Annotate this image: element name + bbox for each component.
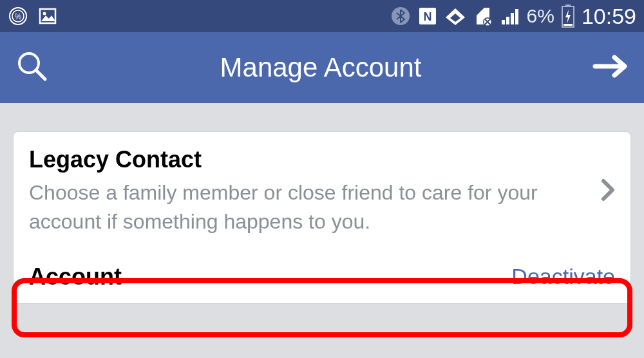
wifi-icon <box>444 6 466 26</box>
battery-percentage: 6% <box>527 5 554 27</box>
status-right: N 6% 10:59 <box>390 4 636 29</box>
percent-circle-icon: % <box>8 6 28 26</box>
data-off-icon <box>473 6 493 26</box>
svg-text:N: N <box>423 10 431 23</box>
settings-card: Legacy Contact Choose a family member or… <box>13 131 631 304</box>
chevron-right-icon <box>601 178 615 204</box>
svg-rect-11 <box>506 17 509 24</box>
clock-time: 10:59 <box>582 4 636 29</box>
legacy-contact-text: Legacy Contact Choose a family member or… <box>29 146 591 236</box>
picture-icon <box>37 6 58 26</box>
page-title-area: Manage Account <box>49 52 592 83</box>
svg-rect-13 <box>515 9 518 24</box>
status-left: % <box>8 6 58 26</box>
svg-rect-12 <box>511 13 514 24</box>
svg-rect-10 <box>502 20 505 24</box>
svg-point-4 <box>43 12 46 15</box>
legacy-contact-row[interactable]: Legacy Contact Choose a family member or… <box>14 132 630 250</box>
svg-line-18 <box>36 70 45 79</box>
account-title: Account <box>29 263 511 290</box>
status-bar: % N 6% 10:59 <box>0 0 644 32</box>
legacy-contact-description: Choose a family member or close friend t… <box>29 178 591 236</box>
battery-charging-icon <box>561 5 575 28</box>
content-area: Legacy Contact Choose a family member or… <box>0 103 644 304</box>
svg-text:%: % <box>15 12 22 21</box>
app-bar: Manage Account <box>0 32 644 103</box>
svg-rect-16 <box>564 24 573 26</box>
signal-icon <box>500 6 520 26</box>
forward-button[interactable] <box>592 53 629 82</box>
nfc-icon: N <box>417 6 438 26</box>
account-row[interactable]: Account Deactivate <box>14 250 630 303</box>
deactivate-action[interactable]: Deactivate <box>511 264 615 289</box>
legacy-contact-title: Legacy Contact <box>29 146 591 173</box>
page-title: Manage Account <box>49 52 592 83</box>
search-button[interactable] <box>15 50 49 86</box>
bluetooth-icon <box>390 6 411 26</box>
